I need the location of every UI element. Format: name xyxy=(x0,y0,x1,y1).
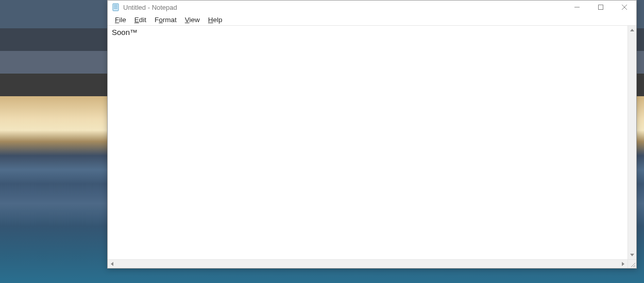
notepad-app-icon xyxy=(112,3,120,11)
vertical-scrollbar[interactable] xyxy=(628,26,636,259)
menu-edit-accel: E xyxy=(134,16,139,24)
svg-rect-0 xyxy=(113,4,118,11)
window-title: Untitled - Notepad xyxy=(123,4,177,11)
svg-line-10 xyxy=(635,267,635,267)
window-controls xyxy=(565,1,636,14)
menu-file-accel: F xyxy=(115,16,119,24)
horizontal-scrollbar[interactable] xyxy=(108,259,628,268)
chevron-right-icon xyxy=(622,262,624,266)
resize-grip[interactable] xyxy=(628,259,636,268)
menu-format[interactable]: Format xyxy=(150,15,181,25)
scroll-up-button[interactable] xyxy=(628,26,637,34)
menu-view[interactable]: View xyxy=(181,15,204,25)
notepad-window: Untitled - Notepad FileEditFormatViewHel… xyxy=(107,0,637,269)
minimize-button[interactable] xyxy=(565,1,589,14)
menu-file[interactable]: File xyxy=(111,15,130,25)
chevron-left-icon xyxy=(111,262,113,266)
scroll-down-button[interactable] xyxy=(628,251,637,259)
menu-help-accel: H xyxy=(208,16,213,24)
client-area: Soon™ xyxy=(108,26,636,268)
svg-rect-5 xyxy=(599,5,603,10)
menu-format-accel: o xyxy=(159,16,163,24)
chevron-down-icon xyxy=(630,254,634,256)
svg-line-8 xyxy=(631,263,635,267)
menu-view-accel: V xyxy=(185,16,190,24)
close-button[interactable] xyxy=(613,1,636,14)
chevron-up-icon xyxy=(630,29,634,31)
titlebar[interactable]: Untitled - Notepad xyxy=(108,1,636,14)
menu-help[interactable]: Help xyxy=(204,15,227,25)
menubar: FileEditFormatViewHelp xyxy=(108,14,636,26)
scroll-right-button[interactable] xyxy=(619,260,628,269)
resize-grip-icon xyxy=(630,261,636,268)
scroll-left-button[interactable] xyxy=(108,260,116,269)
menu-edit[interactable]: Edit xyxy=(130,15,150,25)
maximize-button[interactable] xyxy=(589,1,613,14)
text-editor[interactable]: Soon™ xyxy=(108,26,628,259)
